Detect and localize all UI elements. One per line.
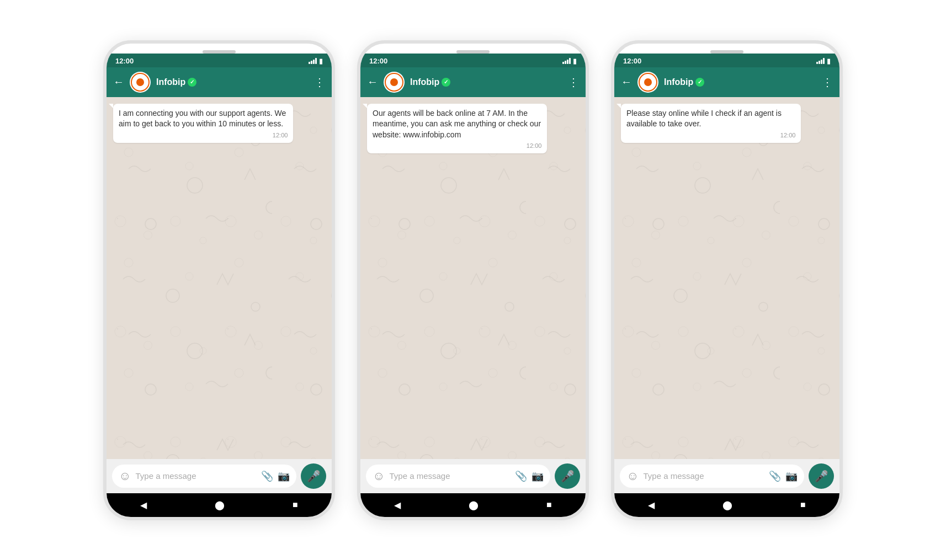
phone-2-nav-back[interactable]: ◀ (394, 500, 401, 510)
phone-3-message-1-meta: 12:00 (626, 132, 795, 138)
phone-3-nav-back[interactable]: ◀ (648, 500, 655, 510)
phone-2-status-icons: ▮ (562, 57, 577, 65)
phone-3-battery-icon: ▮ (827, 57, 831, 65)
phone-1-message-1-meta: 12:00 (119, 132, 288, 138)
phone-3: 12:00 ▮ ← Infobip ✓ (611, 40, 843, 520)
phone-2-nav-bar: ◀ ⬤ ■ (360, 493, 586, 517)
phone-3-mic-icon: 🎤 (815, 470, 828, 483)
phone-3-chat-area: Please stay online while I check if an a… (614, 97, 839, 459)
phone-1-input-container[interactable]: ☺ Type a message 📎 📷 (112, 465, 296, 488)
phone-2-app-bar: ← Infobip ✓ ⋮ (360, 67, 586, 97)
phone-2-attach-icon[interactable]: 📎 (515, 470, 527, 482)
phone-1-verified-badge: ✓ (188, 78, 196, 87)
phone-3-contact-info: Infobip ✓ (664, 77, 816, 87)
phone-2-message-1-meta: 12:00 (373, 142, 541, 149)
phone-2-time: 12:00 (369, 57, 387, 65)
phone-3-input-placeholder[interactable]: Type a message (643, 471, 764, 481)
phone-3-app-bar: ← Infobip ✓ ⋮ (614, 67, 839, 97)
phone-1-avatar (130, 72, 151, 93)
phone-3-input-container[interactable]: ☺ Type a message 📎 📷 (620, 465, 804, 488)
phone-3-mic-button[interactable]: 🎤 (809, 463, 834, 489)
phone-1-message-1-text: I am connecting you with our support age… (119, 108, 288, 130)
phone-2-mic-icon: 🎤 (561, 470, 575, 483)
phone-1-input-placeholder[interactable]: Type a message (135, 471, 257, 481)
phone-1-app-bar: ← Infobip ✓ ⋮ (107, 67, 332, 97)
phone-3-avatar-dot (644, 78, 652, 86)
phone-3-avatar-inner (639, 73, 657, 92)
phone-2-message-1: Our agents will be back online at 7 AM. … (367, 104, 547, 154)
phone-2-avatar-inner (385, 73, 403, 92)
phone-1-emoji-icon[interactable]: ☺ (119, 469, 131, 483)
phone-1-signal (309, 57, 317, 64)
phone-3-signal (816, 57, 825, 64)
phone-3-nav-bar: ◀ ⬤ ■ (614, 493, 839, 517)
phone-2-nav-home[interactable]: ⬤ (469, 500, 479, 510)
phone-2-input-container[interactable]: ☺ Type a message 📎 📷 (366, 465, 550, 488)
phone-2-avatar (384, 72, 405, 93)
phone-2-verified-badge: ✓ (442, 78, 450, 87)
phone-3-input-bar: ☺ Type a message 📎 📷 🎤 (614, 459, 839, 493)
phone-1-contact-info: Infobip ✓ (156, 77, 309, 87)
phone-3-nav-recent[interactable]: ■ (800, 500, 806, 510)
phone-3-message-1-text: Please stay online while I check if an a… (626, 108, 795, 130)
phone-2-message-1-time: 12:00 (527, 142, 542, 149)
phone-3-back-button[interactable]: ← (621, 76, 632, 88)
phone-1-mic-button[interactable]: 🎤 (301, 463, 326, 489)
phone-2-contact-info: Infobip ✓ (410, 77, 562, 87)
phone-3-avatar (637, 72, 658, 93)
phone-1-message-1: I am connecting you with our support age… (113, 104, 293, 143)
phone-3-message-1-time: 12:00 (780, 132, 796, 138)
phone-1-nav-recent[interactable]: ■ (293, 500, 298, 510)
phone-1-nav-home[interactable]: ⬤ (215, 500, 225, 510)
phone-1-nav-bar: ◀ ⬤ ■ (107, 493, 332, 517)
phone-1-message-1-time: 12:00 (273, 132, 288, 138)
phone-1-attach-icon[interactable]: 📎 (261, 470, 273, 482)
phone-2-input-placeholder[interactable]: Type a message (389, 471, 511, 481)
phone-2-mic-button[interactable]: 🎤 (555, 463, 580, 489)
phone-1-status-bar: 12:00 ▮ (107, 54, 332, 67)
phone-1-time: 12:00 (115, 57, 134, 65)
phone-1-avatar-inner (131, 73, 150, 92)
phone-2-input-bar: ☺ Type a message 📎 📷 🎤 (360, 459, 586, 493)
phone-3-message-1: Please stay online while I check if an a… (621, 104, 801, 143)
phone-2-status-bar: 12:00 ▮ (360, 54, 586, 67)
phone-2-nav-recent[interactable]: ■ (546, 500, 552, 510)
phone-2-battery-icon: ▮ (573, 57, 577, 65)
phone-2-more-button[interactable]: ⋮ (568, 76, 579, 89)
phone-1-mic-icon: 🎤 (307, 470, 321, 483)
phone-3-contact-name: Infobip ✓ (664, 77, 816, 87)
phone-3-verified-badge: ✓ (695, 78, 704, 87)
phone-1-chat-area: I am connecting you with our support age… (107, 97, 332, 459)
phone-2-back-button[interactable]: ← (367, 76, 378, 88)
phone-1-camera-icon[interactable]: 📷 (278, 470, 290, 482)
phone-2-camera-icon[interactable]: 📷 (532, 470, 544, 482)
phone-3-status-icons: ▮ (816, 57, 831, 65)
phone-2-message-1-text: Our agents will be back online at 7 AM. … (373, 108, 541, 141)
phone-1-status-icons: ▮ (309, 57, 323, 65)
phone-2-signal (562, 57, 571, 64)
phone-1-battery-icon: ▮ (319, 57, 323, 65)
phone-1-back-button[interactable]: ← (113, 76, 124, 88)
phone-3-attach-icon[interactable]: 📎 (769, 470, 781, 482)
phone-1-nav-back[interactable]: ◀ (140, 500, 147, 510)
phone-1-more-button[interactable]: ⋮ (314, 76, 325, 89)
phone-3-nav-home[interactable]: ⬤ (722, 500, 732, 510)
phone-1-contact-name: Infobip ✓ (156, 77, 309, 87)
phone-3-more-button[interactable]: ⋮ (822, 76, 833, 89)
phone-3-emoji-icon[interactable]: ☺ (626, 469, 639, 483)
phone-2-contact-name: Infobip ✓ (410, 77, 562, 87)
phone-2-avatar-dot (390, 78, 398, 86)
phone-3-status-bar: 12:00 ▮ (614, 54, 839, 67)
phone-1: 12:00 ▮ ← Infobip ✓ (103, 40, 335, 520)
phone-3-time: 12:00 (623, 57, 641, 65)
phones-container: 12:00 ▮ ← Infobip ✓ (103, 40, 843, 520)
phone-1-avatar-dot (136, 78, 144, 86)
phone-2-chat-area: Our agents will be back online at 7 AM. … (360, 97, 586, 459)
phone-3-camera-icon[interactable]: 📷 (785, 470, 798, 482)
phone-2: 12:00 ▮ ← Infobip ✓ (357, 40, 589, 520)
phone-1-input-bar: ☺ Type a message 📎 📷 🎤 (107, 459, 332, 493)
phone-2-emoji-icon[interactable]: ☺ (373, 469, 385, 483)
